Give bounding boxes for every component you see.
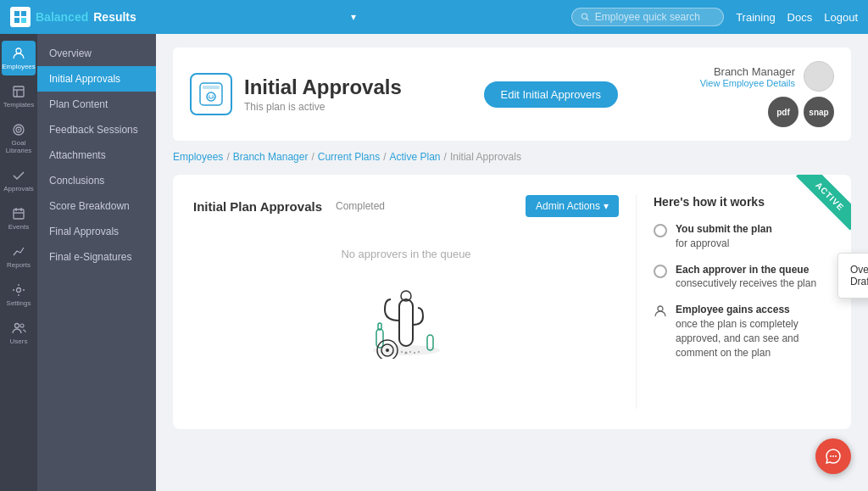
step-3: Employee gains access once the plan is c… bbox=[654, 303, 831, 360]
employee-details: Branch Manager View Employee Details bbox=[700, 65, 795, 88]
search-icon bbox=[581, 12, 590, 22]
logo-balanced: Balanced bbox=[36, 10, 88, 24]
employee-name: Branch Manager bbox=[700, 65, 795, 78]
nav-score-breakdown[interactable]: Score Breakdown bbox=[37, 193, 156, 219]
top-nav-right: Training Docs Logout bbox=[571, 8, 858, 26]
training-link[interactable]: Training bbox=[736, 11, 775, 24]
search-input[interactable] bbox=[595, 11, 715, 23]
avatar bbox=[804, 61, 834, 92]
admin-actions-chevron: ▾ bbox=[604, 200, 609, 212]
goal-libraries-label: Goal Libraries bbox=[5, 139, 32, 154]
admin-actions-label: Admin Actions bbox=[536, 200, 600, 212]
svg-rect-21 bbox=[203, 86, 220, 89]
sidebar-item-reports[interactable]: Reports bbox=[2, 239, 36, 274]
pdf-button[interactable]: pdf bbox=[768, 97, 798, 127]
plan-status: This plan is active bbox=[244, 101, 402, 113]
svg-point-35 bbox=[409, 351, 411, 353]
cactus-illustration bbox=[355, 274, 457, 359]
svg-rect-0 bbox=[14, 11, 19, 16]
events-icon bbox=[11, 206, 26, 221]
search-box[interactable] bbox=[571, 8, 724, 26]
svg-point-32 bbox=[386, 349, 389, 352]
users-label: Users bbox=[10, 338, 28, 345]
approvals-label: Approvals bbox=[3, 185, 34, 192]
svg-line-5 bbox=[587, 18, 589, 20]
svg-rect-3 bbox=[21, 18, 26, 23]
step-3-text: Employee gains access once the plan is c… bbox=[676, 303, 831, 360]
sidebar-item-users[interactable]: Users bbox=[2, 315, 36, 350]
main-layout: Employees Templates Goal Libraries Appro… bbox=[0, 34, 868, 491]
logo-icon bbox=[10, 7, 31, 27]
admin-actions-dropdown: Override Back To Draft bbox=[837, 253, 868, 299]
employees-icon bbox=[11, 46, 26, 61]
svg-rect-2 bbox=[14, 18, 19, 23]
sidebar-item-templates[interactable]: Templates bbox=[2, 79, 36, 114]
svg-point-23 bbox=[209, 95, 210, 97]
view-employee-link[interactable]: View Employee Details bbox=[700, 78, 795, 88]
nav-feedback-sessions[interactable]: Feedback Sessions bbox=[37, 117, 156, 142]
logout-link[interactable]: Logout bbox=[824, 11, 858, 24]
templates-label: Templates bbox=[3, 101, 34, 109]
header-left: Initial Approvals This plan is active bbox=[190, 73, 402, 115]
top-nav: BalancedResults ▾ Training Docs Logout bbox=[0, 0, 868, 34]
plan-approvals-title: Initial Plan Approvals bbox=[193, 199, 322, 214]
svg-point-6 bbox=[16, 48, 21, 53]
nav-overview[interactable]: Overview bbox=[37, 41, 156, 66]
svg-rect-26 bbox=[399, 299, 413, 346]
approvals-icon bbox=[11, 168, 26, 183]
employees-label: Employees bbox=[2, 63, 36, 70]
page-title: Initial Approvals bbox=[244, 75, 402, 99]
sidebar-item-events[interactable]: Events bbox=[2, 201, 36, 236]
plan-icon bbox=[190, 73, 232, 115]
breadcrumb: Employees / Branch Manager / Current Pla… bbox=[173, 151, 851, 163]
svg-point-39 bbox=[658, 306, 663, 311]
step-2-radio bbox=[654, 265, 667, 278]
svg-point-41 bbox=[832, 455, 834, 457]
sidebar-item-employees[interactable]: Employees bbox=[2, 41, 36, 75]
override-draft-item[interactable]: Override Back To Draft bbox=[838, 257, 868, 294]
breadcrumb-employees[interactable]: Employees bbox=[173, 151, 223, 163]
sidebar-item-approvals[interactable]: Approvals bbox=[2, 163, 36, 198]
nav-final-approvals[interactable]: Final Approvals bbox=[37, 219, 156, 244]
employee-info: Branch Manager View Employee Details bbox=[700, 61, 834, 92]
svg-point-37 bbox=[418, 351, 420, 353]
svg-point-18 bbox=[15, 324, 19, 328]
breadcrumb-current-plans[interactable]: Current Plans bbox=[318, 151, 380, 163]
svg-point-19 bbox=[20, 324, 24, 327]
logo: BalancedResults bbox=[10, 7, 136, 27]
svg-point-22 bbox=[207, 92, 215, 101]
snap-button[interactable]: snap bbox=[804, 97, 834, 127]
svg-point-34 bbox=[405, 352, 408, 354]
svg-point-17 bbox=[17, 288, 21, 293]
reports-icon bbox=[11, 244, 26, 259]
nav-initial-approvals[interactable]: Initial Approvals bbox=[37, 66, 156, 92]
svg-rect-1 bbox=[21, 11, 26, 16]
nav-sidebar: Overview Initial Approvals Plan Content … bbox=[37, 34, 156, 491]
nav-dropdown-arrow[interactable]: ▾ bbox=[351, 11, 356, 23]
sidebar-item-settings[interactable]: Settings bbox=[2, 277, 36, 312]
status-badge: Completed bbox=[336, 200, 385, 212]
svg-point-33 bbox=[401, 351, 403, 353]
svg-point-40 bbox=[830, 455, 832, 457]
empty-queue-text: No approvers in the queue bbox=[341, 248, 470, 260]
admin-actions-button[interactable]: Admin Actions ▾ bbox=[526, 195, 619, 217]
header-card: Initial Approvals This plan is active Ed… bbox=[173, 47, 851, 141]
nav-plan-content[interactable]: Plan Content bbox=[37, 92, 156, 117]
breadcrumb-branch-manager[interactable]: Branch Manager bbox=[233, 151, 309, 163]
users-icon bbox=[11, 321, 26, 336]
docs-link[interactable]: Docs bbox=[787, 11, 813, 24]
content-area: Initial Approvals This plan is active Ed… bbox=[156, 34, 868, 491]
edit-initial-approvers-button[interactable]: Edit Initial Approvers bbox=[484, 81, 619, 108]
breadcrumb-active-plan[interactable]: Active Plan bbox=[390, 151, 441, 163]
nav-attachments[interactable]: Attachments bbox=[37, 142, 156, 168]
chat-button[interactable] bbox=[815, 438, 851, 474]
empty-queue: No approvers in the queue bbox=[193, 231, 619, 376]
sidebar-item-goal-libraries[interactable]: Goal Libraries bbox=[2, 117, 36, 159]
main-card: ACTIVE Initial Plan Approvals Completed … bbox=[173, 175, 851, 429]
goal-libraries-icon bbox=[11, 122, 26, 137]
events-label: Events bbox=[8, 223, 29, 231]
nav-final-esignatures[interactable]: Final e-Signatures bbox=[37, 244, 156, 270]
templates-icon bbox=[11, 84, 26, 99]
nav-conclusions[interactable]: Conclusions bbox=[37, 168, 156, 193]
action-buttons: pdf snap bbox=[768, 97, 834, 127]
